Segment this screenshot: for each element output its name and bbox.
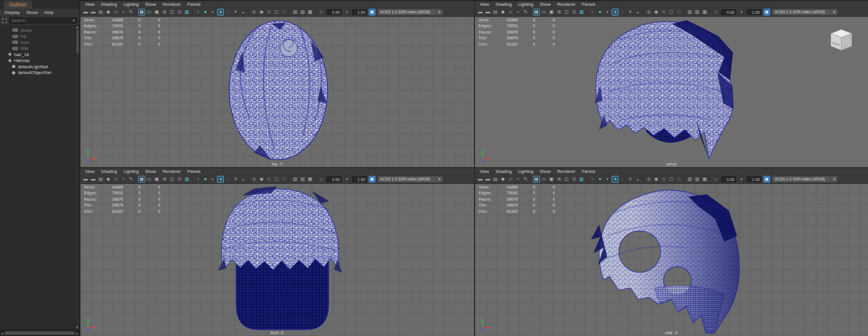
shadows-icon[interactable]: ◒ xyxy=(634,176,641,183)
flat-shade-icon[interactable]: ◐ xyxy=(604,176,611,183)
select-camera-icon[interactable]: ▬ xyxy=(477,176,484,183)
xray-icon[interactable]: ▧ xyxy=(686,176,693,183)
safe-title-icon[interactable]: ⊡ xyxy=(176,176,183,183)
safe-action-icon[interactable]: ◫ xyxy=(168,176,175,183)
grease-pencil-icon[interactable]: ✎ xyxy=(522,9,529,16)
menu-help[interactable]: Help xyxy=(44,10,53,15)
menu-lighting[interactable]: Lighting xyxy=(518,2,534,7)
safe-action-icon[interactable]: ◫ xyxy=(563,176,570,183)
view-cube[interactable]: FRONT xyxy=(831,29,852,50)
wireframe-icon[interactable]: ○ xyxy=(589,9,596,16)
anti-alias-icon[interactable]: ◇ xyxy=(266,9,273,16)
exposure-field[interactable]: 0.00 xyxy=(326,9,341,15)
menu-view[interactable]: View xyxy=(85,169,94,174)
bookmark-icon[interactable]: ◆ xyxy=(105,176,112,183)
image-plane-icon[interactable]: ▱ xyxy=(507,9,514,16)
isolate-select-icon[interactable]: □ xyxy=(675,176,682,183)
wireframe-icon[interactable]: ○ xyxy=(589,176,596,183)
textured-icon[interactable]: ◑ xyxy=(217,9,224,16)
field-chart-icon[interactable]: ⊞ xyxy=(161,176,168,183)
outliner-item-top[interactable]: top xyxy=(0,34,79,40)
motion-blur-icon[interactable]: ◉ xyxy=(258,9,265,16)
gamma-field[interactable]: 1.00 xyxy=(746,9,762,15)
lock-camera-icon[interactable]: ▬ xyxy=(484,176,491,183)
outliner-item-defaultLightSet[interactable]: ◉defaultLightSet xyxy=(0,64,79,70)
scroll-right-icon[interactable]: ▸ xyxy=(76,331,78,335)
menu-shading[interactable]: Shading xyxy=(495,2,512,7)
color-management-icon[interactable]: ▣ xyxy=(763,9,770,16)
scroll-up-icon[interactable]: ▲ xyxy=(76,25,79,29)
isolate-select-icon[interactable]: □ xyxy=(281,9,288,16)
viewport-canvas[interactable]: FRONT Verts:4186900 Edges:7909100 Faces:… xyxy=(475,17,868,167)
outliner-item-hair_18[interactable]: ◈hair_18 xyxy=(0,51,79,58)
smooth-shade-icon[interactable]: ● xyxy=(202,9,209,16)
ssao-icon[interactable]: ◎ xyxy=(251,176,258,183)
safe-title-icon[interactable]: ⊡ xyxy=(176,9,183,16)
texture-checker-icon[interactable]: ▩ xyxy=(701,9,708,16)
all-lights-icon[interactable]: ☀ xyxy=(232,9,239,16)
gamma-icon[interactable]: ◑ xyxy=(738,9,745,16)
outliner-item-defaultObjectSet[interactable]: ◉defaultObjectSet xyxy=(0,70,79,76)
menu-lighting[interactable]: Lighting xyxy=(123,169,139,174)
exposure-icon[interactable]: ☼ xyxy=(318,176,325,183)
scroll-left-icon[interactable]: ◂ xyxy=(1,331,3,335)
menu-shading[interactable]: Shading xyxy=(101,169,117,174)
menu-view[interactable]: View xyxy=(85,2,94,7)
frame-icon[interactable]: ▥ xyxy=(578,176,585,183)
gate-mask-icon[interactable]: ▣ xyxy=(548,176,555,183)
menu-renderer[interactable]: Renderer xyxy=(163,2,181,7)
film-gate-icon[interactable]: ▦ xyxy=(533,9,540,16)
joint-xray-icon[interactable]: ▨ xyxy=(299,176,306,183)
shadows-icon[interactable]: ◒ xyxy=(240,9,247,16)
menu-lighting[interactable]: Lighting xyxy=(123,2,139,7)
safe-action-icon[interactable]: ◫ xyxy=(563,9,570,16)
field-chart-icon[interactable]: ⊞ xyxy=(161,9,168,16)
film-gate-icon[interactable]: ▦ xyxy=(138,9,145,16)
camera-attributes-icon[interactable]: ▤ xyxy=(97,9,104,16)
joint-xray-icon[interactable]: ▨ xyxy=(299,9,306,16)
gamma-icon[interactable]: ◑ xyxy=(738,176,745,183)
scroll-thumb[interactable] xyxy=(76,30,79,53)
use-default-material-icon[interactable]: ◌ xyxy=(225,9,231,16)
textured-icon[interactable]: ◑ xyxy=(217,176,224,183)
view-transform-dropdown[interactable]: ACES 1.0 SDR-video (sRGB) ▾ xyxy=(377,176,443,183)
color-management-icon[interactable]: ▣ xyxy=(763,176,770,183)
textured-icon[interactable]: ◑ xyxy=(612,176,619,183)
menu-view[interactable]: View xyxy=(480,169,489,174)
lock-camera-icon[interactable]: ▬ xyxy=(484,9,491,16)
view-transform-dropdown[interactable]: ACES 1.0 SDR-video (sRGB) ▾ xyxy=(377,9,443,16)
grease-pencil-icon[interactable]: ✎ xyxy=(522,176,529,183)
bookmark-icon[interactable]: ◆ xyxy=(499,176,506,183)
depth-of-field-icon[interactable]: ▢ xyxy=(273,176,280,183)
gamma-icon[interactable]: ◑ xyxy=(343,9,350,16)
selection-box-icon[interactable] xyxy=(2,19,7,23)
safe-title-icon[interactable]: ⊡ xyxy=(571,176,578,183)
resolution-gate-icon[interactable]: ▭ xyxy=(540,9,547,16)
gate-mask-icon[interactable]: ▣ xyxy=(153,9,160,16)
menu-lighting[interactable]: Lighting xyxy=(518,169,534,174)
use-default-material-icon[interactable]: ◌ xyxy=(619,176,626,183)
menu-panels[interactable]: Panels xyxy=(582,2,595,7)
menu-renderer[interactable]: Renderer xyxy=(557,2,576,7)
film-gate-icon[interactable]: ▦ xyxy=(533,176,540,183)
outliner-horizontal-scrollbar[interactable]: ◂ ▸ xyxy=(0,330,79,336)
menu-renderer[interactable]: Renderer xyxy=(163,169,181,174)
image-plane-icon[interactable]: ▱ xyxy=(507,176,514,183)
ssao-icon[interactable]: ◎ xyxy=(251,9,258,16)
outliner-item-Haircap[interactable]: ◈Haircap xyxy=(0,58,79,64)
color-management-icon[interactable]: ▣ xyxy=(369,176,376,183)
flat-shade-icon[interactable]: ◐ xyxy=(604,9,611,16)
exposure-icon[interactable]: ☼ xyxy=(712,9,719,16)
pan-zoom-icon[interactable]: + xyxy=(514,9,521,16)
outliner-item-side[interactable]: side xyxy=(0,46,79,52)
grease-pencil-icon[interactable]: ✎ xyxy=(127,176,134,183)
pan-zoom-icon[interactable]: + xyxy=(514,176,521,183)
menu-renderer[interactable]: Renderer xyxy=(557,169,576,174)
shadows-icon[interactable]: ◒ xyxy=(240,176,247,183)
depth-of-field-icon[interactable]: ▢ xyxy=(273,9,280,16)
resolution-gate-icon[interactable]: ▭ xyxy=(540,176,547,183)
menu-show[interactable]: Show xyxy=(145,169,156,174)
menu-view[interactable]: View xyxy=(480,2,489,7)
use-default-material-icon[interactable]: ◌ xyxy=(225,176,231,183)
safe-action-icon[interactable]: ◫ xyxy=(168,9,175,16)
